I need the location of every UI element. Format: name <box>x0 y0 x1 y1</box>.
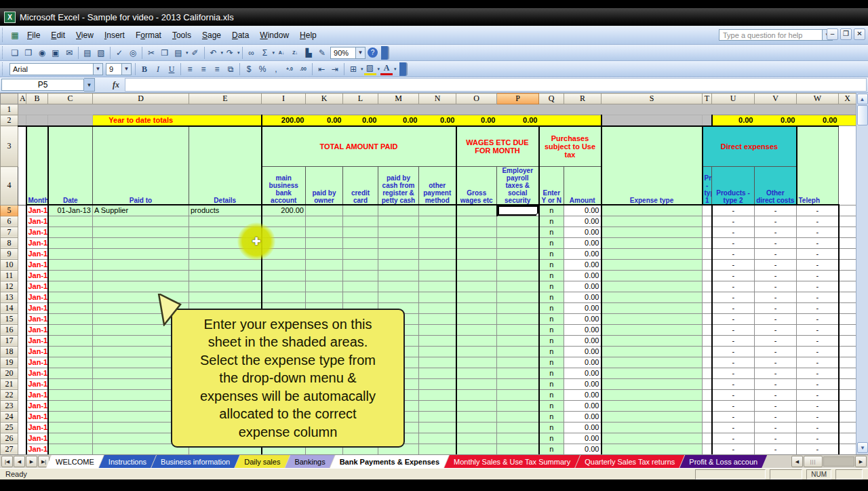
cell-T7[interactable] <box>703 227 712 237</box>
cell-T9[interactable] <box>703 248 712 259</box>
cell-W24[interactable]: - <box>797 411 839 422</box>
chevron-down-icon[interactable]: ▾ <box>361 66 363 72</box>
cell-Q11[interactable]: n <box>539 270 564 281</box>
cell-B6[interactable]: Jan-13 <box>26 216 48 227</box>
header-M[interactable]: paid by cash from register & petty cash <box>378 167 419 205</box>
cell-Q10[interactable]: n <box>539 259 564 270</box>
cell-Q15[interactable]: n <box>539 313 564 324</box>
cell-X26[interactable] <box>839 433 856 444</box>
cell-K7[interactable] <box>306 227 343 237</box>
sheet-tab-monthly-sales-use-tax-summary[interactable]: Monthly Sales & Use Tax Summary <box>444 455 580 468</box>
cell-U16[interactable]: - <box>712 324 755 335</box>
cell-S17[interactable] <box>601 335 703 346</box>
cell-S23[interactable] <box>601 400 703 411</box>
header-P[interactable]: Employer payroll taxes & social security <box>497 167 539 205</box>
cell-V26[interactable]: - <box>755 433 797 444</box>
cell-U2[interactable]: 0.00 <box>712 115 755 126</box>
cell-L8[interactable] <box>343 237 378 248</box>
cell-C7[interactable] <box>48 227 93 237</box>
cell-N15[interactable] <box>419 313 456 324</box>
chevron-down-icon[interactable]: ▾ <box>186 50 189 56</box>
cell-W8[interactable]: - <box>797 237 839 248</box>
column-header-D[interactable]: D <box>93 94 189 104</box>
cell-R19[interactable]: 0.00 <box>564 357 601 368</box>
cell-V24[interactable]: - <box>755 411 797 422</box>
vertical-scroll-thumb[interactable] <box>857 105 868 125</box>
cell-O20[interactable] <box>456 368 497 378</box>
cell-C19[interactable] <box>48 357 93 368</box>
cell-X18[interactable] <box>839 346 856 357</box>
cell-A8[interactable] <box>18 237 26 248</box>
cell-P14[interactable] <box>497 302 539 313</box>
cell-S20[interactable] <box>601 368 703 378</box>
cell-I5[interactable]: 200.00 <box>262 205 306 216</box>
cell-B11[interactable]: Jan-13 <box>26 270 48 281</box>
cell-T22[interactable] <box>703 389 712 400</box>
cell-R25[interactable]: 0.00 <box>564 422 601 433</box>
cell-V20[interactable]: - <box>755 368 797 378</box>
cell-T6[interactable] <box>703 216 712 227</box>
scroll-right-icon[interactable]: ▶ <box>855 456 867 467</box>
cell-Q27[interactable]: n <box>539 444 564 454</box>
cell-V23[interactable]: - <box>755 400 797 411</box>
name-box-dropdown[interactable]: ▼ <box>84 78 95 92</box>
cell-X24[interactable] <box>839 411 856 422</box>
cell-K8[interactable] <box>306 237 343 248</box>
sheet-tab-bank-payments-expenses[interactable]: Bank Payments & Expenses <box>330 455 449 468</box>
row-header-8[interactable]: 8 <box>1 237 18 248</box>
cell-T18[interactable] <box>703 346 712 357</box>
cell-O5[interactable] <box>456 205 497 216</box>
align-left-icon[interactable]: ≡ <box>184 63 196 75</box>
cell-W14[interactable]: - <box>797 302 839 313</box>
increase-indent-icon[interactable]: ⇥ <box>329 63 341 75</box>
cell-O26[interactable] <box>456 433 497 444</box>
font-size-combo[interactable]: 9 ▼ <box>106 63 132 75</box>
cell-T14[interactable] <box>703 302 712 313</box>
row-header-23[interactable]: 23 <box>1 400 18 411</box>
sheet-tab-daily-sales[interactable]: Daily sales <box>235 455 290 468</box>
cell-M2[interactable]: 0.00 <box>378 115 419 126</box>
header-K[interactable]: paid by owner <box>306 167 343 205</box>
cell-R24[interactable]: 0.00 <box>564 411 601 422</box>
permission-icon[interactable]: ◉ <box>36 47 48 59</box>
cell-D5[interactable]: A Supplier <box>93 205 189 216</box>
comma-icon[interactable]: , <box>270 63 282 75</box>
cell-T13[interactable] <box>703 292 712 302</box>
cell-A14[interactable] <box>18 302 26 313</box>
cell-C12[interactable] <box>48 281 93 292</box>
cell-U21[interactable]: - <box>712 378 755 389</box>
cell-O12[interactable] <box>456 281 497 292</box>
cell-R12[interactable]: 0.00 <box>564 281 601 292</box>
cell-A27[interactable] <box>18 444 26 454</box>
cell-R18[interactable]: 0.00 <box>564 346 601 357</box>
cell-Q12[interactable]: n <box>539 281 564 292</box>
cell-V9[interactable]: - <box>755 248 797 259</box>
cell-X11[interactable] <box>839 270 856 281</box>
cell-I13[interactable] <box>262 292 306 302</box>
row-header-7[interactable]: 7 <box>1 227 18 237</box>
help-question-box[interactable]: Type a question for help ▼ <box>719 29 833 41</box>
cell-I2[interactable]: 200.00 <box>262 115 306 126</box>
cell-S25[interactable] <box>601 422 703 433</box>
cell-E5[interactable]: products <box>189 205 262 216</box>
cell-X7[interactable] <box>839 227 856 237</box>
cell-C15[interactable] <box>48 313 93 324</box>
cell-P18[interactable] <box>497 346 539 357</box>
cell-I10[interactable] <box>262 259 306 270</box>
cell-A17[interactable] <box>18 335 26 346</box>
cell-Q5[interactable]: n <box>539 205 564 216</box>
cell-T5[interactable] <box>703 205 712 216</box>
cell-C5[interactable]: 01-Jan-13 <box>48 205 93 216</box>
cell-Q21[interactable]: n <box>539 378 564 389</box>
drawing-icon[interactable]: ✎ <box>316 47 328 59</box>
cell-L6[interactable] <box>343 216 378 227</box>
formula-input[interactable] <box>125 78 867 92</box>
column-header-K[interactable]: K <box>306 94 343 104</box>
cell-U8[interactable]: - <box>712 237 755 248</box>
cell-E12[interactable] <box>189 281 262 292</box>
row-header-27[interactable]: 27 <box>1 444 18 454</box>
cell-D12[interactable] <box>93 281 189 292</box>
cell-K5[interactable] <box>306 205 343 216</box>
cell-D9[interactable] <box>93 248 189 259</box>
copy-icon[interactable]: ❒ <box>159 47 171 59</box>
